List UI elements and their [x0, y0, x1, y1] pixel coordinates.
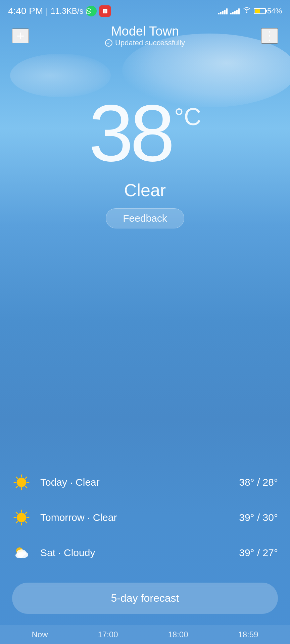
battery-fill	[255, 9, 260, 13]
status-right: 54%	[218, 6, 282, 16]
forecast-sat-label: Sat · Cloudy	[40, 547, 239, 558]
battery-icon	[254, 8, 266, 14]
feedback-button[interactable]: Feedback	[106, 208, 184, 228]
condition-section: Clear Feedback	[0, 180, 290, 228]
svg-line-6	[16, 477, 17, 478]
status-bar: 4:40 PM | 11.3KB/s	[0, 0, 290, 19]
sun-icon-tomorrow	[12, 508, 31, 527]
network-speed: 11.3KB/s	[51, 6, 83, 16]
forecast-item-today: Today · Clear 38° / 28°	[12, 465, 278, 500]
svg-line-18	[16, 522, 17, 523]
forecast-tomorrow-temp: 39° / 30°	[239, 512, 278, 523]
svg-point-1	[17, 478, 26, 487]
battery-percentage: 54%	[267, 7, 282, 15]
top-bar: + Model Town ✓ Updated successfully ⋮	[0, 19, 290, 53]
svg-line-15	[16, 512, 17, 514]
signal-bars-2	[230, 8, 240, 14]
whatsapp-icon	[86, 6, 97, 16]
check-icon: ✓	[105, 39, 112, 47]
temperature-unit: °C	[174, 103, 201, 130]
time-bar: Now 17:00 18:00 18:59	[0, 625, 290, 644]
svg-line-8	[26, 477, 27, 478]
status-left: 4:40 PM | 11.3KB/s	[8, 5, 111, 17]
forecast-sat-temp: 39° / 27°	[239, 547, 278, 558]
svg-line-17	[26, 512, 27, 514]
weather-condition: Clear	[124, 180, 166, 200]
add-location-button[interactable]: +	[12, 29, 29, 43]
forecast-item-tomorrow: Tomorrow · Clear 39° / 30°	[12, 500, 278, 535]
time-1859: 18:59	[238, 630, 258, 639]
forecast-item-sat: Sat · Cloudy 39° / 27°	[12, 535, 278, 570]
time-1700: 17:00	[98, 630, 118, 639]
sun-icon-today	[12, 473, 31, 492]
cloud-icon-sat	[12, 543, 31, 562]
status-time: 4:40 PM	[8, 6, 43, 16]
forecast-today-label: Today · Clear	[40, 477, 239, 488]
time-1800: 18:00	[168, 630, 188, 639]
forecast-tomorrow-label: Tomorrow · Clear	[40, 512, 239, 523]
status-separator: |	[46, 6, 48, 16]
menu-button[interactable]: ⋮	[261, 28, 278, 44]
temperature-value: 38	[89, 93, 172, 173]
svg-point-0	[246, 12, 247, 13]
forecast-today-temp: 38° / 28°	[239, 477, 278, 488]
svg-line-9	[16, 486, 17, 488]
location-info: Model Town ✓ Updated successfully	[105, 24, 185, 47]
svg-point-22	[17, 549, 26, 556]
svg-line-16	[26, 522, 27, 523]
location-name: Model Town	[111, 24, 179, 39]
svg-point-10	[17, 513, 26, 522]
five-day-forecast-button[interactable]: 5-day forecast	[12, 583, 278, 614]
temperature-section: 38 °C	[0, 93, 290, 173]
svg-line-7	[26, 486, 27, 488]
update-status: ✓ Updated successfully	[105, 39, 185, 47]
forecast-section: Today · Clear 38° / 28° Tomorrow · Clear…	[0, 465, 290, 570]
update-text: Updated successfully	[115, 39, 185, 47]
time-now: Now	[32, 630, 48, 639]
wifi-icon	[242, 6, 251, 16]
battery-container: 54%	[254, 7, 282, 15]
notification-badge	[99, 5, 111, 17]
signal-bars-1	[218, 8, 228, 14]
